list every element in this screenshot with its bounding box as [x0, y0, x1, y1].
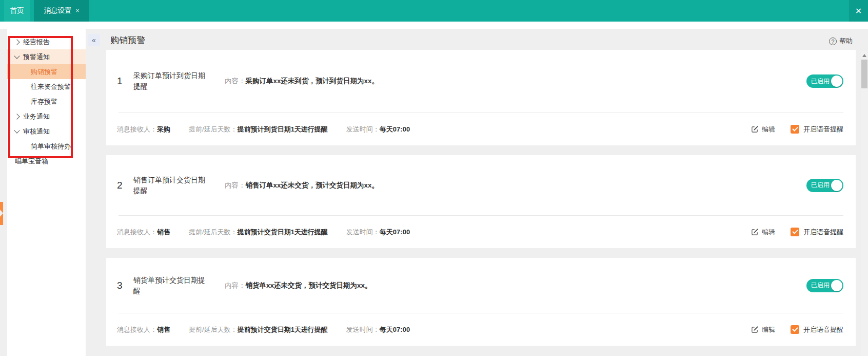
- tab-message-settings[interactable]: 消息设置 ×: [34, 0, 89, 22]
- alert-card-2: 2 销售订单预计交货日期提醒 内容：销售订单xx还未交货，预计交货日期为xx。 …: [106, 155, 856, 248]
- send-time-value: 每天07:00: [380, 228, 410, 237]
- toggle-knob: [831, 76, 842, 87]
- sidebar-item-simple-audit-todo[interactable]: 简单审核待办: [7, 139, 86, 154]
- sidebar-item-funds-alert[interactable]: 往来资金预警: [7, 79, 86, 94]
- sidebar-item-alert-notice[interactable]: 预警通知: [7, 49, 86, 64]
- send-time-label: 发送时间：: [346, 125, 380, 134]
- receiver-value: 销售: [157, 325, 170, 334]
- meta-actions: 编辑 开启语音提醒: [751, 125, 843, 134]
- sidebar-item-label: 业务通知: [23, 112, 50, 121]
- alert-card-top: 2 销售订单预计交货日期提醒 内容：销售订单xx还未交货，预计交货日期为xx。 …: [106, 155, 856, 215]
- sidebar-item-purchase-sale-alert[interactable]: 购销预警: [7, 64, 86, 79]
- checkbox-checked-icon: [791, 228, 799, 236]
- status-toggle[interactable]: 已启用: [806, 74, 843, 88]
- sidebar: 经营报告 预警通知 购销预警 往来资金预警 库存预警 业务通知 审核通知 简单审…: [7, 29, 86, 356]
- status-badge: 已启用: [811, 181, 830, 190]
- scroll-up-icon[interactable]: [862, 54, 866, 57]
- top-tab-bar: 首页 消息设置 × ✕: [0, 0, 868, 22]
- chevron-down-icon: [14, 127, 19, 133]
- checkbox-checked-icon: [791, 325, 799, 334]
- sidebar-item-label: 审核通知: [23, 127, 50, 136]
- receiver-label: 消息接收人：: [117, 125, 157, 134]
- meta-fields: 消息接收人：销售 提前/延后天数：提前预计交货日期1天进行提醒 发送时间：每天0…: [117, 325, 410, 334]
- sidebar-item-inventory-alert[interactable]: 库存预警: [7, 94, 86, 109]
- help-icon: ?: [829, 38, 837, 45]
- tab-home[interactable]: 首页: [4, 0, 30, 22]
- sidebar-item-label: 库存预警: [31, 97, 57, 106]
- receiver-value: 销售: [157, 228, 170, 237]
- voice-reminder-checkbox[interactable]: 开启语音提醒: [791, 325, 843, 334]
- days-value: 提前预计交货日期1天进行提醒: [238, 228, 328, 237]
- send-time-value: 每天07:00: [380, 325, 410, 334]
- voice-reminder-checkbox[interactable]: 开启语音提醒: [791, 125, 843, 134]
- sidebar-collapse-button[interactable]: «: [88, 34, 100, 46]
- collapse-icon: «: [92, 36, 96, 44]
- meta-actions: 编辑 开启语音提醒: [751, 228, 843, 237]
- handle-notch-icon: [0, 210, 3, 217]
- alert-content: 内容：销售订单xx还未交货，预计交货日期为xx。: [225, 181, 379, 190]
- toggle-knob: [831, 280, 842, 291]
- content-value: 销售订单xx还未交货，预计交货日期为xx。: [246, 181, 379, 189]
- alert-card-1: 1 采购订单预计到货日期提醒 内容：采购订单xx还未到货，预计到货日期为xx。 …: [106, 50, 856, 145]
- edit-button[interactable]: 编辑: [751, 325, 775, 334]
- edit-pencil-icon: [751, 228, 759, 236]
- sidebar-item-label: 经营报告: [23, 38, 50, 47]
- page-title: 购销预警: [110, 34, 145, 46]
- alert-card-meta: 消息接收人：销售 提前/延后天数：提前预计交货日期1天进行提醒 发送时间：每天0…: [106, 313, 856, 346]
- receiver-value: 采购: [157, 125, 170, 134]
- tab-close-icon[interactable]: ×: [75, 7, 79, 14]
- status-badge: 已启用: [811, 281, 830, 290]
- alert-index: 1: [117, 76, 126, 87]
- status-toggle[interactable]: 已启用: [806, 279, 843, 292]
- alert-card-top: 3 销货单预计交货日期提醒 内容：销货单xx还未交货，预计交货日期为xx。 已启…: [106, 258, 856, 313]
- alert-card-meta: 消息接收人：销售 提前/延后天数：提前预计交货日期1天进行提醒 发送时间：每天0…: [106, 216, 856, 248]
- chevron-right-icon: [14, 114, 19, 119]
- content-label: 内容：: [225, 77, 246, 85]
- edit-label: 编辑: [762, 228, 775, 237]
- alert-content: 内容：采购订单xx还未到货，预计到货日期为xx。: [225, 77, 379, 86]
- days-label: 提前/延后天数：: [189, 125, 238, 134]
- sidebar-item-business-report[interactable]: 经营报告: [7, 34, 86, 49]
- receiver-label: 消息接收人：: [117, 325, 157, 334]
- voice-reminder-label: 开启语音提醒: [803, 228, 843, 237]
- meta-fields: 消息接收人：采购 提前/延后天数：提前预计到货日期1天进行提醒 发送时间：每天0…: [117, 125, 410, 134]
- alert-title: 采购订单预计到货日期提醒: [133, 70, 209, 92]
- voice-reminder-label: 开启语音提醒: [803, 125, 843, 134]
- edit-label: 编辑: [762, 125, 775, 134]
- receiver-label: 消息接收人：: [117, 228, 157, 237]
- window-close-button[interactable]: ✕: [849, 0, 868, 22]
- meta-fields: 消息接收人：销售 提前/延后天数：提前预计交货日期1天进行提醒 发送时间：每天0…: [117, 228, 410, 237]
- vertical-scrollbar[interactable]: [861, 51, 868, 356]
- edge-panel-handle[interactable]: [0, 202, 3, 225]
- alert-list: 1 采购订单预计到货日期提醒 内容：采购订单xx还未到货，预计到货日期为xx。 …: [106, 50, 856, 346]
- sidebar-item-label: 预警通知: [23, 52, 50, 62]
- sidebar-item-label: 往来资金预警: [31, 82, 71, 91]
- alert-card-top: 1 采购订单预计到货日期提醒 内容：采购订单xx还未到货，预计到货日期为xx。 …: [106, 50, 856, 113]
- content-label: 内容：: [225, 282, 246, 289]
- sidebar-item-label: 唱单宝音箱: [15, 157, 48, 166]
- meta-actions: 编辑 开启语音提醒: [751, 325, 843, 334]
- status-toggle[interactable]: 已启用: [806, 179, 843, 192]
- edit-pencil-icon: [751, 125, 759, 133]
- edit-button[interactable]: 编辑: [751, 228, 775, 237]
- close-icon: ✕: [855, 6, 862, 16]
- content-label: 内容：: [225, 181, 246, 189]
- alert-card-meta: 消息接收人：采购 提前/延后天数：提前预计到货日期1天进行提醒 发送时间：每天0…: [106, 113, 856, 145]
- sidebar-item-business-notice[interactable]: 业务通知: [7, 109, 86, 124]
- voice-reminder-checkbox[interactable]: 开启语音提醒: [791, 228, 843, 237]
- edit-button[interactable]: 编辑: [751, 125, 775, 134]
- content-value: 销货单xx还未交货，预计交货日期为xx。: [246, 282, 372, 289]
- sidebar-item-audit-notice[interactable]: 审核通知: [7, 124, 86, 139]
- sidebar-item-changdanbao-speaker[interactable]: 唱单宝音箱: [7, 154, 86, 168]
- alert-card-3: 3 销货单预计交货日期提醒 内容：销货单xx还未交货，预计交货日期为xx。 已启…: [106, 258, 856, 346]
- tab-message-settings-label: 消息设置: [44, 6, 71, 15]
- help-button[interactable]: ? 帮助: [829, 36, 853, 46]
- page-body: 经营报告 预警通知 购销预警 往来资金预警 库存预警 业务通知 审核通知 简单审…: [0, 29, 868, 356]
- alert-index: 2: [117, 180, 126, 191]
- help-label: 帮助: [839, 36, 853, 46]
- scrollbar-thumb[interactable]: [861, 60, 867, 88]
- chevron-right-icon: [14, 39, 19, 45]
- sidebar-item-label: 简单审核待办: [31, 142, 71, 151]
- send-time-label: 发送时间：: [346, 228, 380, 237]
- toggle-knob: [831, 180, 842, 191]
